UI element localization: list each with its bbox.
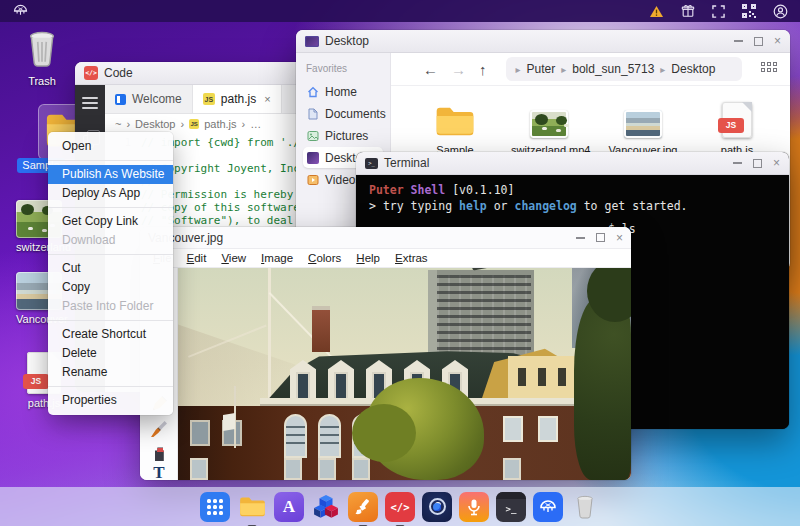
menu-hamburger-icon[interactable] [82, 97, 98, 112]
menu-item-create-shortcut[interactable]: Create Shortcut [48, 325, 173, 344]
tab-pathjs[interactable]: JS path.js × [193, 85, 282, 113]
crumb-sep-icon: › [126, 118, 130, 130]
menu-item-rename[interactable]: Rename [48, 363, 173, 382]
close-icon[interactable]: × [774, 35, 781, 47]
dock-cubes-app[interactable] [311, 492, 341, 522]
code-icon: </> [391, 501, 410, 513]
close-icon[interactable]: × [616, 232, 623, 244]
context-menu: Open Publish As Website Deploy As App Ge… [48, 132, 173, 415]
account-icon[interactable] [773, 4, 788, 19]
view-options-icon[interactable] [761, 62, 780, 76]
crumb-sep-icon: › [180, 118, 184, 130]
menu-item-publish-as-website[interactable]: Publish As Website [48, 165, 173, 184]
airbrush-tool-icon[interactable] [151, 445, 167, 461]
warning-icon[interactable] [649, 5, 664, 18]
menu-view[interactable]: View [221, 252, 246, 264]
path-breadcrumb[interactable]: ▸ Puter ▸ bold_sun_5713 ▸ Desktop [506, 57, 743, 81]
letter-a-icon: A [283, 497, 295, 517]
files-grid: Sample switzerland.mp4 Vancouver.jpg JS … [391, 86, 790, 156]
chevron-icon: ▸ [561, 64, 566, 75]
crumb-sep-icon: › [242, 118, 246, 130]
qr-code-icon[interactable] [742, 4, 756, 18]
file-item-switzerland[interactable]: switzerland.mp4 [511, 98, 587, 156]
terminal-hint-line: > try typing help or changelog to get st… [369, 198, 776, 214]
maximize-icon[interactable] [753, 159, 762, 168]
video-thumbnail [530, 110, 568, 138]
close-tab-icon[interactable]: × [264, 93, 270, 105]
close-icon[interactable]: × [773, 157, 780, 169]
up-icon[interactable]: ↑ [479, 61, 487, 78]
terminal-icon: >_ [506, 504, 517, 514]
menu-item-copy[interactable]: Copy [48, 278, 173, 297]
fullscreen-icon[interactable] [712, 5, 725, 18]
image-thumbnail [624, 110, 662, 138]
menu-help[interactable]: Help [356, 252, 380, 264]
js-tab-icon: JS [203, 93, 215, 105]
home-icon [307, 86, 319, 98]
file-item-vancouver[interactable]: Vancouver.jpg [605, 98, 681, 156]
maximize-icon[interactable] [596, 233, 605, 242]
menu-item-delete[interactable]: Delete [48, 344, 173, 363]
chevron-icon: ▸ [516, 64, 521, 75]
tab-welcome[interactable]: Welcome [105, 85, 193, 113]
crumb-ellipsis: … [250, 118, 261, 130]
brush-tool-icon[interactable] [151, 421, 167, 437]
dock-puter-app[interactable] [533, 492, 563, 522]
paint-titlebar[interactable]: Vancouver.jpg × [140, 227, 631, 249]
chevron-icon: ▸ [660, 64, 665, 75]
terminal-titlebar[interactable]: >_ Terminal × [356, 152, 789, 175]
grid-icon [207, 499, 223, 515]
folder-icon [239, 495, 266, 518]
menu-colors[interactable]: Colors [308, 252, 341, 264]
dock-voice-recorder[interactable] [459, 492, 489, 522]
maximize-icon[interactable] [754, 37, 763, 46]
dock-terminal[interactable]: >_ [496, 492, 526, 522]
forward-icon[interactable]: → [451, 61, 466, 78]
terminal-app-icon: >_ [365, 158, 378, 169]
terminal-window-title: Terminal [384, 156, 429, 170]
sidebar-item-documents[interactable]: Documents [303, 103, 383, 124]
file-item-sample[interactable]: Sample [417, 98, 493, 156]
menu-item-deploy-as-app[interactable]: Deploy As App [48, 184, 173, 203]
sidebar-item-pictures[interactable]: Pictures [303, 125, 383, 146]
text-tool-icon[interactable]: T [151, 465, 167, 480]
files-titlebar[interactable]: Desktop × [296, 30, 790, 53]
video-icon [307, 174, 319, 186]
menu-item-cut[interactable]: Cut [48, 259, 173, 278]
desktop-icon-trash[interactable]: Trash [14, 30, 70, 87]
dock-code[interactable]: </> [385, 492, 415, 522]
dock-file-manager[interactable] [237, 492, 267, 522]
app-launcher-button[interactable] [200, 492, 230, 522]
dock-trash[interactable] [570, 492, 600, 522]
camera-lens-icon [429, 498, 446, 515]
minimize-icon[interactable] [734, 40, 743, 42]
gift-icon[interactable] [681, 4, 695, 18]
code-app-icon: </> [84, 66, 98, 80]
paint-window: Vancouver.jpg × File Edit View Image Col… [140, 227, 631, 480]
menu-item-properties[interactable]: Properties [48, 391, 173, 410]
file-item-pathjs[interactable]: JS path.js [699, 98, 775, 156]
dock-camera[interactable] [422, 492, 452, 522]
minimize-icon[interactable] [733, 162, 742, 164]
menu-extras[interactable]: Extras [395, 252, 428, 264]
terminal-banner-line: Puter Shell [v0.1.10] [369, 182, 776, 198]
menu-image[interactable]: Image [261, 252, 293, 264]
vancouver-photo-canvas[interactable] [178, 268, 631, 480]
sidebar-item-home[interactable]: Home [303, 81, 383, 102]
dock-paint[interactable] [348, 492, 378, 522]
desktop-app-icon [305, 36, 319, 47]
minimize-icon[interactable] [576, 237, 585, 239]
menu-item-get-copy-link[interactable]: Get Copy Link [48, 212, 173, 231]
menu-item-open[interactable]: Open [48, 137, 173, 156]
top-menubar [0, 0, 800, 22]
menu-edit[interactable]: Edit [187, 252, 207, 264]
puter-logo-icon[interactable] [12, 3, 29, 19]
taskbar: A </> >_ [0, 487, 800, 526]
dock-text-editor[interactable]: A [274, 492, 304, 522]
paintbrush-icon [354, 498, 372, 516]
back-icon[interactable]: ← [423, 61, 438, 78]
microphone-icon [466, 498, 482, 516]
picture-icon [307, 130, 319, 142]
menu-separator [48, 207, 173, 208]
desktop-icon-label: Trash [14, 75, 70, 87]
